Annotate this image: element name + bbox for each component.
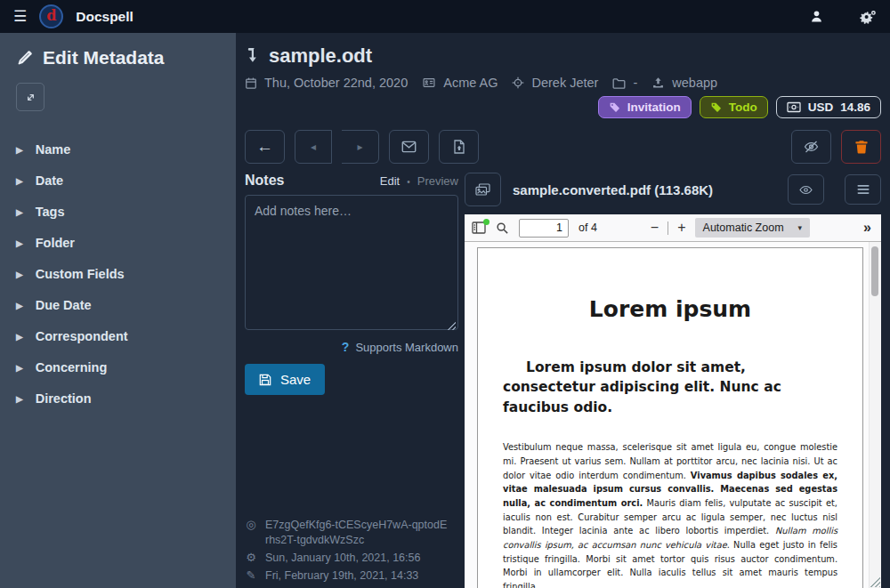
attachment-preview-button[interactable] [465,173,501,206]
sidebar-item-label: Correspondent [36,329,128,343]
item-detail-main: sample.odt Thu, October 22nd, 2020 Acme … [236,33,890,588]
caret-right-icon: ▶ [16,363,23,373]
notes-panel: Notes Edit • Preview ? Supports Markdown [245,173,458,588]
hamburger-menu-icon[interactable]: ☰ [13,7,27,26]
pdf-scrollbar-thumb[interactable] [871,246,878,296]
pdf-search-icon[interactable] [496,222,509,235]
notes-edit-link[interactable]: Edit [380,174,400,188]
add-files-button[interactable] [439,130,479,164]
notes-preview-link[interactable]: Preview [417,174,458,188]
attachment-menu-bars-button[interactable] [845,174,881,205]
sidebar-item-label: Date [36,173,63,188]
tag-badge-todo[interactable]: Todo [700,96,768,118]
tag-icon [609,101,620,113]
caret-right-icon: ▶ [16,207,23,217]
sidebar-item-due-date[interactable]: ▶Due Date [16,290,223,320]
pdf-toolbar-more-button[interactable]: » [863,220,874,236]
address-card-icon [422,77,436,89]
sidebar-item-direction[interactable]: ▶Direction [16,383,223,414]
attachment-view-eye-button[interactable] [788,174,824,205]
notes-heading: Notes [245,173,284,189]
sidebar-item-tags[interactable]: ▶Tags [16,197,223,227]
bullseye-icon: ◎ [245,518,257,533]
pdf-doc-paragraph: Vestibulum neque massa, scelerisque sit … [503,440,837,588]
item-created-date: Sun, January 10th, 2021, 16:56 [265,551,420,566]
sidebar-item-label: Custom Fields [36,267,125,281]
pdf-viewer: of 4 − + Automatic Zoom ▾ » [465,214,881,588]
caret-right-icon: ▶ [16,145,23,155]
sidebar-item-label: Tags [36,205,65,219]
attachment-filename: sample.converted.pdf (113.68K) [513,182,776,197]
chevron-down-icon: ▾ [798,223,803,232]
supports-markdown-link[interactable]: ? Supports Markdown [342,340,458,354]
delete-item-button[interactable] [841,130,881,164]
pdf-page-number-input[interactable] [519,219,569,238]
sidebar-item-date[interactable]: ▶Date [16,165,223,196]
item-source: webapp [651,76,717,90]
pdfjs-toolbar: of 4 − + Automatic Zoom ▾ » [465,214,881,242]
item-folder[interactable]: - [612,76,637,90]
item-meta-info: ◎ E7zgQefKfg6-tCEScyeH7wA-qptodErhs2T-tg… [245,515,458,584]
pdf-page: Lorem ipsum Lorem ipsum dolor sit amet, … [477,247,863,588]
caret-right-icon: ▶ [16,176,23,186]
metadata-section-list: ▶Name▶Date▶Tags▶Folder▶Custom Fields▶Due… [16,134,223,414]
pencil-icon [16,50,33,67]
crosshairs-icon [512,77,524,89]
sidebar-item-label: Name [36,142,71,157]
calendar-icon [245,77,257,90]
top-navbar: ☰ d Docspell [0,0,890,33]
pdf-doc-subtitle: Lorem ipsum dolor sit amet, consectetur … [503,358,837,417]
sidebar-item-concerning[interactable]: ▶Concerning [16,352,223,383]
send-mail-button[interactable] [389,130,429,164]
settings-gears-icon[interactable] [859,10,877,24]
caret-right-icon: ▶ [16,270,23,279]
item-correspondent[interactable]: Acme AG [422,76,498,90]
caret-right-icon: ▶ [16,301,23,310]
sidebar-item-label: Direction [36,391,92,406]
caret-right-icon: ▶ [16,332,23,342]
item-id: E7zgQefKfg6-tCEScyeH7wA-qptodErhs2T-tgdv… [265,518,448,548]
next-item-button[interactable]: ▸ [342,130,379,164]
sidebar-item-label: Due Date [36,298,92,312]
sidebar-item-name[interactable]: ▶Name [16,134,223,165]
item-date[interactable]: Thu, October 22nd, 2020 [245,76,408,90]
item-title: sample.odt [269,44,372,68]
tag-icon [710,101,722,113]
caret-right-icon: ▶ [16,394,23,404]
gear-icon: ⚙ [245,551,257,566]
save-button[interactable]: Save [245,364,325,395]
pdf-canvas-area: Lorem ipsum Lorem ipsum dolor sit amet, … [465,242,881,588]
floppy-icon [259,374,271,386]
caret-right-icon: ▶ [16,238,23,248]
pdf-zoom-select[interactable]: Automatic Zoom ▾ [695,218,811,238]
edit-metadata-sidebar: Edit Metadata ▶Name▶Date▶Tags▶Folder▶Cus… [0,33,236,588]
pdf-zoom-out-button[interactable]: − [651,221,659,235]
back-button[interactable]: ← [245,130,285,164]
attachment-panel: sample.converted.pdf (113.68K) [465,173,881,588]
upload-icon [651,77,665,89]
app-title: Docspell [76,9,134,25]
hide-sidebar-eye-slash-button[interactable] [791,130,831,164]
docspell-logo[interactable]: d [39,4,63,28]
pdf-zoom-in-button[interactable]: + [677,221,685,235]
item-concerning-person[interactable]: Derek Jeter [512,76,598,90]
pdf-sidebar-badge [483,219,490,225]
tag-badge-invitation[interactable]: Invitation [598,96,692,118]
sidebar-item-custom-fields[interactable]: ▶Custom Fields [16,259,223,289]
direction-incoming-icon [245,47,259,65]
sidebar-item-label: Concerning [36,360,108,375]
notes-textarea[interactable] [245,195,458,330]
sidebar-item-folder[interactable]: ▶Folder [16,228,223,258]
pdf-sidebar-toggle-icon[interactable] [472,222,486,234]
pencil-small-icon: ✎ [245,568,257,584]
question-icon: ? [342,340,350,354]
user-icon[interactable] [810,10,823,23]
pdf-doc-title: Lorem ipsum [503,296,837,322]
pdf-page-count: of 4 [578,222,597,234]
sidebar-title: Edit Metadata [43,47,165,68]
custom-field-badge-usd[interactable]: USD 14.86 [776,96,881,118]
sidebar-item-label: Folder [36,236,75,250]
previous-item-button[interactable]: ◂ [295,130,332,164]
expand-sidebar-button[interactable] [16,83,44,111]
sidebar-item-correspondent[interactable]: ▶Correspondent [16,321,223,351]
